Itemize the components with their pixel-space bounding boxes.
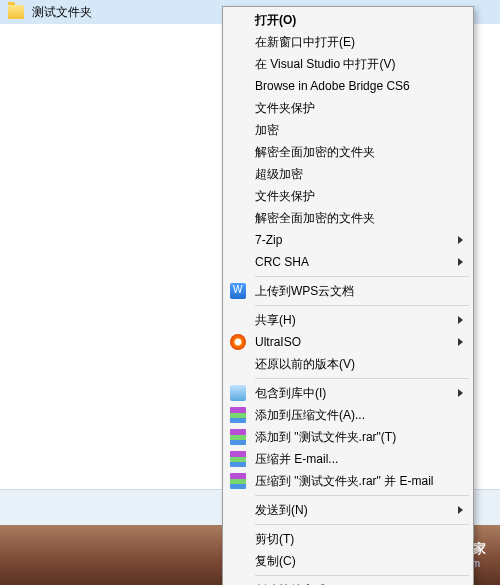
menu-send-to[interactable]: 发送到(N) (225, 499, 471, 521)
menu-crc-sha[interactable]: CRC SHA (225, 251, 471, 273)
menu-open-visual-studio[interactable]: 在 Visual Studio 中打开(V) (225, 53, 471, 75)
menu-folder-protect-2[interactable]: 文件夹保护 (225, 185, 471, 207)
archive-icon (230, 451, 246, 467)
menu-separator (255, 495, 469, 496)
menu-share[interactable]: 共享(H) (225, 309, 471, 331)
archive-icon (230, 429, 246, 445)
menu-encrypt[interactable]: 加密 (225, 119, 471, 141)
menu-create-shortcut[interactable]: 创建快捷方式(S) (225, 579, 471, 585)
menu-cut[interactable]: 剪切(T) (225, 528, 471, 550)
chevron-right-icon (458, 389, 463, 397)
chevron-right-icon (458, 258, 463, 266)
archive-icon (230, 473, 246, 489)
menu-decrypt-all[interactable]: 解密全面加密的文件夹 (225, 141, 471, 163)
menu-restore-previous[interactable]: 还原以前的版本(V) (225, 353, 471, 375)
menu-browse-bridge[interactable]: Browse in Adobe Bridge CS6 (225, 75, 471, 97)
menu-7zip[interactable]: 7-Zip (225, 229, 471, 251)
library-icon (230, 385, 246, 401)
archive-icon (230, 407, 246, 423)
menu-separator (255, 378, 469, 379)
menu-separator (255, 276, 469, 277)
chevron-right-icon (458, 338, 463, 346)
folder-icon (8, 5, 24, 19)
context-menu: 打开(O) 在新窗口中打开(E) 在 Visual Studio 中打开(V) … (222, 6, 474, 585)
menu-folder-protect[interactable]: 文件夹保护 (225, 97, 471, 119)
chevron-right-icon (458, 236, 463, 244)
menu-separator (255, 305, 469, 306)
menu-open-new-window[interactable]: 在新窗口中打开(E) (225, 31, 471, 53)
menu-separator (255, 524, 469, 525)
menu-upload-wps[interactable]: 上传到WPS云文档 (225, 280, 471, 302)
menu-super-encrypt[interactable]: 超级加密 (225, 163, 471, 185)
menu-ultraiso[interactable]: UltraISO (225, 331, 471, 353)
menu-include-library[interactable]: 包含到库中(I) (225, 382, 471, 404)
menu-add-to-rar[interactable]: 添加到 "测试文件夹.rar"(T) (225, 426, 471, 448)
chevron-right-icon (458, 506, 463, 514)
menu-add-to-archive[interactable]: 添加到压缩文件(A)... (225, 404, 471, 426)
menu-compress-rar-email[interactable]: 压缩到 "测试文件夹.rar" 并 E-mail (225, 470, 471, 492)
ultraiso-icon (230, 334, 246, 350)
menu-compress-email[interactable]: 压缩并 E-mail... (225, 448, 471, 470)
chevron-right-icon (458, 316, 463, 324)
menu-open[interactable]: 打开(O) (225, 9, 471, 31)
menu-separator (255, 575, 469, 576)
wps-icon (230, 283, 246, 299)
menu-decrypt-all-2[interactable]: 解密全面加密的文件夹 (225, 207, 471, 229)
menu-copy[interactable]: 复制(C) (225, 550, 471, 572)
